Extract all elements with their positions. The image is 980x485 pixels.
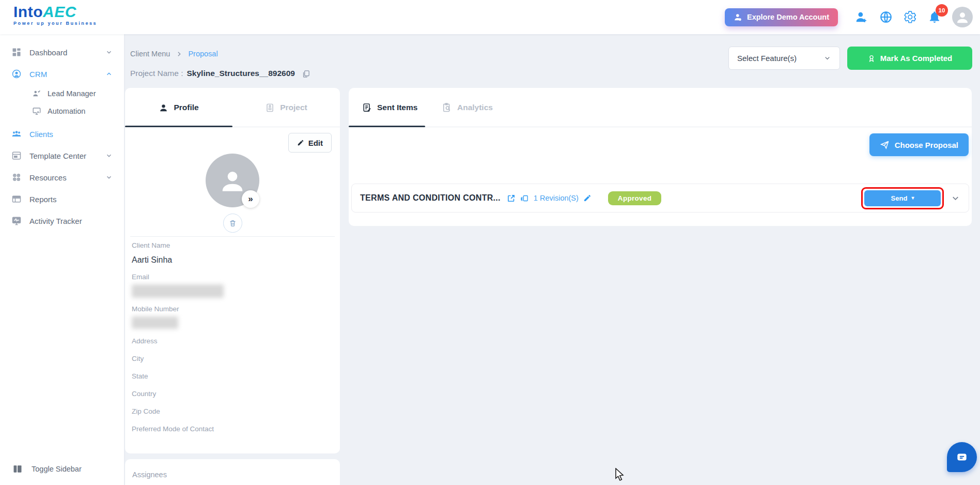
send-button-highlight: Send ▾ <box>861 187 944 209</box>
breadcrumb-chevron-icon <box>176 51 182 57</box>
app-header: IntoAEC Power up your Business Explore D… <box>0 0 980 34</box>
external-link-icon[interactable] <box>507 194 516 203</box>
sidebar-item-automation[interactable]: Automation <box>0 102 124 120</box>
client-profile-card: Profile Project Edit » Client Name Aarti… <box>125 88 340 453</box>
chevron-down-icon <box>105 174 113 181</box>
template-center-icon <box>11 150 22 161</box>
client-name-value: Aarti Sinha <box>132 255 333 265</box>
sidebar-item-reports[interactable]: Reports <box>0 188 124 210</box>
redacted-mobile-value <box>132 316 178 329</box>
add-user-icon[interactable] <box>855 10 868 24</box>
analytics-icon <box>442 102 452 113</box>
reports-icon <box>11 194 22 204</box>
active-tab-indicator <box>349 126 425 127</box>
sidebar-item-lead-manager[interactable]: Lead Manager <box>0 85 124 102</box>
award-icon <box>867 54 876 63</box>
field-state: State <box>132 372 333 381</box>
trash-icon <box>229 219 237 227</box>
field-email: Email <box>132 273 333 298</box>
sidebar-item-clients[interactable]: Clients <box>0 123 124 145</box>
client-fields: Client Name Aarti Sinha Email Mobile Num… <box>132 241 333 443</box>
chat-fab-button[interactable] <box>947 442 977 472</box>
notification-count-badge: 10 <box>936 4 948 17</box>
project-name-label: Project Name : <box>130 69 183 78</box>
sidebar: Dashboard CRM Lead Manager Automation Cl… <box>0 34 124 485</box>
field-zip-code: Zip Code <box>132 407 333 416</box>
notifications-bell[interactable]: 10 <box>928 10 941 24</box>
breadcrumb-proposal[interactable]: Proposal <box>188 50 217 58</box>
assignees-card: Assignees <box>125 459 340 485</box>
proposal-row[interactable]: TERMS AND CONDITION CONTR... 1 Revision(… <box>351 184 969 213</box>
feature-select-value: Select Feature(s) <box>737 54 797 63</box>
profile-person-icon <box>159 103 168 113</box>
copy-icon[interactable] <box>302 69 310 78</box>
chevron-down-icon <box>105 152 113 159</box>
project-name-value: Skyline_Structures__892609 <box>187 69 295 78</box>
resources-icon <box>11 172 22 183</box>
chevron-down-icon <box>823 54 831 62</box>
clients-icon <box>11 129 22 139</box>
row-chevron-down-icon[interactable] <box>951 193 960 203</box>
crm-icon <box>11 69 22 79</box>
sidebar-item-crm[interactable]: CRM <box>0 63 124 85</box>
proposal-title: TERMS AND CONDITION CONTR... <box>360 193 501 203</box>
revisions-copy-icon[interactable] <box>520 194 529 203</box>
field-country: Country <box>132 390 333 398</box>
tab-analytics[interactable]: Analytics <box>442 88 493 127</box>
logo-tagline: Power up your Business <box>13 21 97 26</box>
app-logo[interactable]: IntoAEC Power up your Business <box>13 4 97 26</box>
feature-select-dropdown[interactable]: Select Feature(s) <box>728 47 840 70</box>
avatar-expand-button[interactable]: » <box>242 190 259 208</box>
tab-sent-items[interactable]: Sent Items <box>362 88 417 127</box>
choose-proposal-button[interactable]: Choose Proposal <box>869 133 969 156</box>
chat-icon <box>955 450 969 464</box>
revisions-link[interactable]: 1 Revision(S) <box>534 194 579 202</box>
breadcrumb-client-menu[interactable]: Client Menu <box>130 50 170 58</box>
logo-text: IntoAEC <box>13 4 97 20</box>
explore-demo-account-button[interactable]: Explore Demo Account <box>725 8 838 26</box>
pencil-icon <box>297 139 304 146</box>
status-badge: Approved <box>608 191 661 205</box>
edit-button[interactable]: Edit <box>288 133 332 153</box>
sidebar-item-template-center[interactable]: Template Center <box>0 145 124 166</box>
person-demo-icon <box>734 13 742 22</box>
sidebar-item-dashboard[interactable]: Dashboard <box>0 41 124 63</box>
active-tab-indicator <box>125 126 232 127</box>
header-actions: Explore Demo Account 10 <box>725 0 973 34</box>
field-preferred-mode: Preferred Mode of Contact <box>132 425 333 433</box>
field-client-name: Client Name Aarti Sinha <box>132 241 333 265</box>
send-button[interactable]: Send ▾ <box>864 190 941 206</box>
field-address: Address <box>132 337 333 345</box>
user-avatar[interactable] <box>952 7 973 27</box>
project-name-line: Project Name : Skyline_Structures__89260… <box>130 69 310 78</box>
globe-icon[interactable] <box>879 10 893 24</box>
project-doc-icon <box>265 103 275 113</box>
assignees-title: Assignees <box>125 459 340 485</box>
tab-project[interactable]: Project <box>232 88 340 127</box>
profile-card-tabs: Profile Project <box>125 88 340 127</box>
divider <box>130 236 335 237</box>
toggle-sidebar-icon <box>12 464 23 474</box>
automation-icon <box>32 107 41 116</box>
sent-items-panel: Sent Items Analytics Choose Proposal TER… <box>349 88 972 226</box>
sidebar-item-activity-tracker[interactable]: Activity Tracker <box>0 210 124 232</box>
gear-icon[interactable] <box>904 10 917 24</box>
field-city: City <box>132 355 333 363</box>
chevron-down-icon <box>105 49 113 56</box>
sidebar-item-resources[interactable]: Resources <box>0 166 124 188</box>
main-content: Client Menu Proposal Project Name : Skyl… <box>124 34 980 485</box>
redacted-email-value <box>132 284 224 298</box>
delete-avatar-button[interactable] <box>223 214 242 233</box>
activity-tracker-icon <box>11 216 22 226</box>
mark-as-completed-button[interactable]: Mark As Completed <box>847 47 972 70</box>
lead-manager-icon <box>32 89 41 98</box>
chevron-up-icon <box>105 70 113 78</box>
sent-panel-tabs: Sent Items Analytics <box>349 88 972 127</box>
paper-plane-icon <box>880 140 890 150</box>
sent-items-icon <box>362 102 372 113</box>
breadcrumb: Client Menu Proposal <box>130 50 218 58</box>
tab-profile[interactable]: Profile <box>125 88 232 127</box>
edit-pencil-icon[interactable] <box>583 194 592 202</box>
toggle-sidebar-button[interactable]: Toggle Sidebar <box>0 458 124 480</box>
dashboard-icon <box>11 47 22 57</box>
